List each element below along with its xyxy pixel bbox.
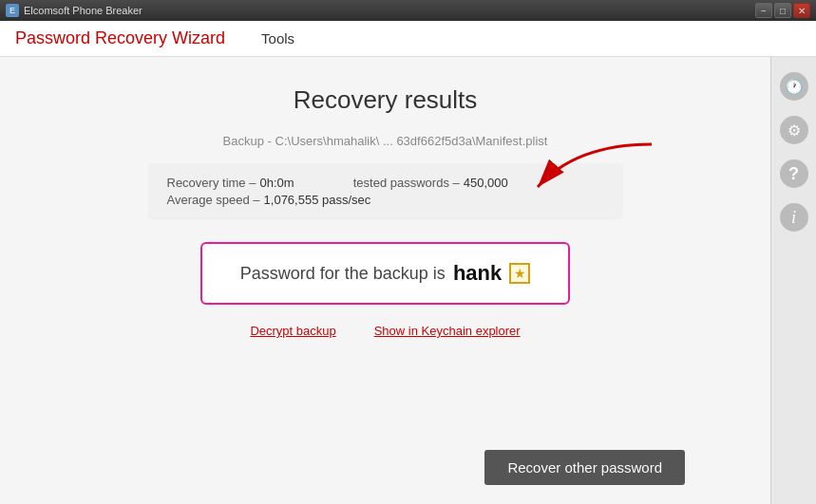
main-container: Recovery results Backup - C:\Users\hmaha… <box>0 57 816 504</box>
average-speed-row: Average speed – 1,076,555 pass/sec <box>167 193 604 207</box>
recovery-time-value: 0h:0m <box>259 176 294 190</box>
tools-menu[interactable]: Tools <box>254 27 302 50</box>
password-icon: ★ <box>509 263 530 284</box>
recovery-time-label: Recovery time – <box>167 176 256 190</box>
password-value: hank <box>453 261 502 286</box>
title-bar-left: E Elcomsoft Phone Breaker <box>6 4 142 17</box>
tested-passwords-label: tested passwords – <box>353 176 460 190</box>
title-bar-controls: − □ ✕ <box>755 3 810 18</box>
app-title[interactable]: Password Recovery Wizard <box>15 28 225 48</box>
average-speed-value: 1,076,555 pass/sec <box>264 193 371 207</box>
average-speed-label: Average speed – <box>167 193 260 207</box>
info-icon[interactable]: i <box>780 203 808 232</box>
menu-bar: Password Recovery Wizard Tools <box>0 21 816 57</box>
recovery-time-row: Recovery time – 0h:0m tested passwords –… <box>167 176 604 190</box>
password-prefix: Password for the backup is <box>240 264 446 284</box>
decrypt-backup-link[interactable]: Decrypt backup <box>250 324 335 338</box>
title-bar-text: Elcomsoft Phone Breaker <box>24 5 142 16</box>
close-button[interactable]: ✕ <box>793 3 810 18</box>
right-sidebar: 🕐 ⚙ ? i <box>770 57 816 504</box>
recover-other-password-button[interactable]: Recover other password <box>484 450 685 485</box>
minimize-button[interactable]: − <box>755 3 772 18</box>
links-row: Decrypt backup Show in Keychain explorer <box>250 324 520 338</box>
backup-path: Backup - C:\Users\hmahalik\ ... 63df662f… <box>223 134 548 148</box>
history-icon[interactable]: 🕐 <box>780 72 808 101</box>
keychain-explorer-link[interactable]: Show in Keychain explorer <box>374 324 521 338</box>
page-title: Recovery results <box>294 85 478 115</box>
password-result-box: Password for the backup is hank ★ <box>200 242 570 305</box>
tested-passwords-value: 450,000 <box>464 176 508 190</box>
app-icon: E <box>6 4 19 17</box>
help-icon[interactable]: ? <box>780 159 808 188</box>
stats-section: Recovery time – 0h:0m tested passwords –… <box>148 163 623 219</box>
maximize-button[interactable]: □ <box>774 3 791 18</box>
gear-icon[interactable]: ⚙ <box>780 116 808 144</box>
title-bar: E Elcomsoft Phone Breaker − □ ✕ <box>0 0 816 21</box>
content-area: Recovery results Backup - C:\Users\hmaha… <box>0 57 770 504</box>
